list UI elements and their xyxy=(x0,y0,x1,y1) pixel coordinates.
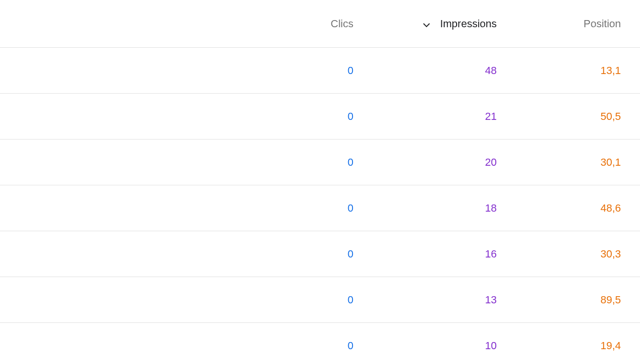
position-cell: 30,1 xyxy=(497,156,621,169)
impressions-cell: 18 xyxy=(353,202,497,214)
clics-column-header[interactable]: Clics xyxy=(258,18,353,30)
clics-cell: 0 xyxy=(258,156,353,169)
position-cell: 50,5 xyxy=(497,110,621,123)
impressions-cell: 21 xyxy=(353,110,497,123)
impressions-cell: 20 xyxy=(353,156,497,169)
position-column-header[interactable]: Position xyxy=(497,18,621,30)
table-row[interactable]: 01848,6 xyxy=(0,185,640,231)
clics-cell: 0 xyxy=(258,202,353,214)
table-row[interactable]: 01019,4 xyxy=(0,323,640,364)
table-body: 04813,102150,502030,101848,601630,301389… xyxy=(0,48,640,364)
impressions-cell: 10 xyxy=(353,340,497,352)
position-cell: 19,4 xyxy=(497,340,621,352)
impressions-cell: 16 xyxy=(353,248,497,260)
position-cell: 89,5 xyxy=(497,294,621,306)
table-row[interactable]: 01630,3 xyxy=(0,231,640,277)
impressions-header-label: Impressions xyxy=(440,18,497,30)
table-row[interactable]: 02150,5 xyxy=(0,94,640,139)
position-cell: 13,1 xyxy=(497,64,621,77)
table-row[interactable]: 02030,1 xyxy=(0,139,640,185)
table-row[interactable]: 04813,1 xyxy=(0,48,640,94)
impressions-cell: 13 xyxy=(353,294,497,306)
position-cell: 48,6 xyxy=(497,202,621,214)
clics-cell: 0 xyxy=(258,64,353,77)
table-header-row: Clics Impressions Position xyxy=(0,0,640,48)
table-row[interactable]: 01389,5 xyxy=(0,277,640,323)
clics-cell: 0 xyxy=(258,110,353,123)
position-cell: 30,3 xyxy=(497,248,621,260)
clics-cell: 0 xyxy=(258,340,353,352)
clics-cell: 0 xyxy=(258,248,353,260)
clics-cell: 0 xyxy=(258,294,353,306)
arrow-down-icon xyxy=(421,18,432,30)
impressions-cell: 48 xyxy=(353,64,497,77)
impressions-column-header[interactable]: Impressions xyxy=(353,18,497,30)
data-table: Clics Impressions Position 04813,102150,… xyxy=(0,0,640,364)
